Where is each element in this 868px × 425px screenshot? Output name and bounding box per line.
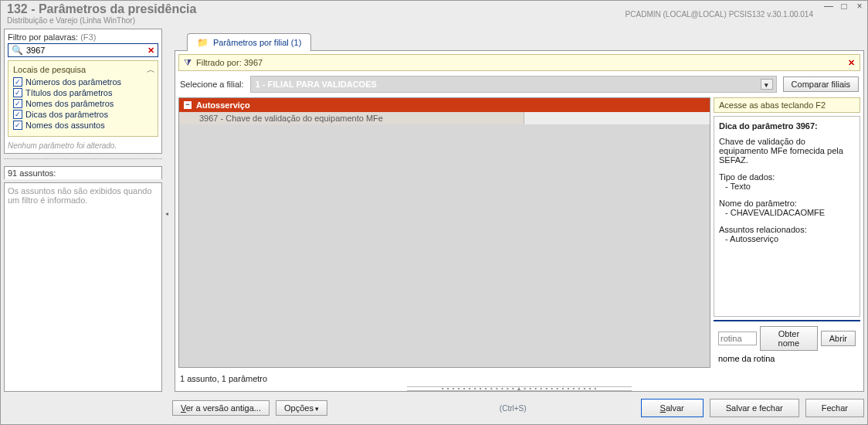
filter-bar-text: Filtrado por: 3967 xyxy=(196,58,263,67)
save-close-button[interactable]: Salvar e fechar xyxy=(710,399,799,417)
splitter-grip-icon: ◂ xyxy=(165,210,168,217)
location-label: Títulos dos parâmetros xyxy=(25,88,113,97)
tab-parametros-filial[interactable]: 📁 Parâmetros por filial (1) xyxy=(187,33,311,51)
tab-strip: 📁 Parâmetros por filial (1) xyxy=(175,29,864,50)
old-version-button[interactable]: VVer a versão antiga...er a versão antig… xyxy=(172,400,270,416)
filial-value: 1 - FILIAL PARA VALIDACOES xyxy=(256,80,377,89)
divider[interactable] xyxy=(4,158,162,162)
rotina-input[interactable] xyxy=(718,332,757,345)
rel-label: Assuntos relacionados: xyxy=(719,225,855,234)
checkbox-icon: ✓ xyxy=(13,77,22,87)
abrir-button[interactable]: Abrir xyxy=(821,331,856,346)
folder-icon: 📁 xyxy=(197,37,209,48)
info-desc: Chave de validação do equipamento MFe fo… xyxy=(719,137,855,165)
param-value-cell[interactable] xyxy=(524,112,710,124)
location-check-2[interactable]: ✓Nomes dos parâmetros xyxy=(13,99,153,108)
location-check-1[interactable]: ✓Títulos dos parâmetros xyxy=(13,88,153,97)
location-check-4[interactable]: ✓Nomes dos assuntos xyxy=(13,121,153,130)
main-body: ⧩ Filtrado por: 3967 ✕ Selecione a filia… xyxy=(175,50,864,392)
assuntos-header: 91 assuntos: xyxy=(4,166,162,179)
param-info-box: Dica do parâmetro 3967: Chave de validaç… xyxy=(714,116,860,317)
minimize-button[interactable]: — xyxy=(821,1,836,12)
search-input[interactable] xyxy=(26,46,147,55)
tab-label: Parâmetros por filial (1) xyxy=(213,38,301,47)
filter-hint: (F3) xyxy=(80,32,96,42)
location-label: Números dos parâmetros xyxy=(25,77,121,87)
f2-hint: Acesse as abas teclando F2 xyxy=(714,97,860,113)
name-label: Nome do parâmetro: xyxy=(719,199,855,208)
footer: VVer a versão antiga...er a versão antig… xyxy=(4,395,864,421)
info-title: Dica do parâmetro 3967: xyxy=(719,121,855,131)
group-name: Autosserviço xyxy=(196,100,250,110)
compare-filiais-button[interactable]: Comparar filiais xyxy=(783,76,859,92)
funnel-icon: ⧩ xyxy=(184,57,192,68)
filter-label: Filtro por palavras: (F3) xyxy=(8,32,158,42)
rel-value: - Autosserviço xyxy=(719,234,855,243)
param-label: 3967 - Chave de validação do equipamento… xyxy=(179,112,524,124)
location-label: Dicas dos parâmetros xyxy=(25,110,108,119)
location-label: Nomes dos assuntos xyxy=(25,121,105,130)
location-check-0[interactable]: ✓Números dos parâmetros xyxy=(13,77,153,87)
title-bar: 132 - Parâmetros da presidência Distribu… xyxy=(1,1,867,29)
search-locations-panel: Locais de pesquisa ︿ ✓Números dos parâme… xyxy=(8,60,158,137)
filial-label: Selecione a filial: xyxy=(180,80,244,89)
filial-select[interactable]: 1 - FILIAL PARA VALIDACOES ▾ xyxy=(250,76,777,93)
clear-search-icon[interactable]: ✕ xyxy=(147,46,154,56)
type-label: Tipo de dados: xyxy=(719,172,855,182)
splitter[interactable]: ◂ xyxy=(165,29,171,392)
resize-grip[interactable]: • • • • • • • • • • • • • • ▴ • • • • • … xyxy=(407,386,632,391)
collapse-group-icon[interactable]: − xyxy=(184,101,192,109)
group-header[interactable]: − Autosserviço xyxy=(179,98,710,112)
rotina-box: Obter nome Abrir nome da rotina xyxy=(714,320,860,368)
filter-label-text: Filtro por palavras: xyxy=(8,32,78,42)
close-filter-icon[interactable]: ✕ xyxy=(848,58,855,68)
collapse-icon[interactable]: ︿ xyxy=(147,64,153,76)
no-change-text: Nenhum parâmetro foi alterado. xyxy=(8,141,158,150)
save-hotkey: (Ctrl+S) xyxy=(500,404,527,413)
checkbox-icon: ✓ xyxy=(13,88,22,97)
window-right-info: PCADMIN (LOCAL@LOCAL) PCSIS132 v.30.1.00… xyxy=(626,10,813,19)
filter-bar: ⧩ Filtrado por: 3967 ✕ xyxy=(178,54,860,71)
type-value: - Texto xyxy=(719,182,855,191)
obter-nome-button[interactable]: Obter nome xyxy=(760,326,818,351)
save-button[interactable]: Salvar xyxy=(641,399,704,417)
close-window-button[interactable]: × xyxy=(852,1,867,12)
param-row[interactable]: 3967 - Chave de validação do equipamento… xyxy=(179,112,710,124)
checkbox-icon: ✓ xyxy=(13,121,22,130)
dropdown-icon: ▾ xyxy=(761,79,773,90)
filial-row: Selecione a filial: 1 - FILIAL PARA VALI… xyxy=(175,74,863,94)
search-row: 🔍 ✕ xyxy=(8,43,158,57)
checkbox-icon: ✓ xyxy=(13,110,22,119)
rotina-caption: nome da rotina xyxy=(718,354,856,363)
options-button[interactable]: Opções xyxy=(276,400,327,416)
locations-header: Locais de pesquisa xyxy=(13,65,153,74)
search-icon: 🔍 xyxy=(12,45,23,56)
maximize-button[interactable]: □ xyxy=(836,1,852,12)
close-button[interactable]: Fechar xyxy=(805,399,864,417)
right-pane: Acesse as abas teclando F2 Dica do parâm… xyxy=(714,97,860,368)
name-value: - CHAVEVALIDACAOMFE xyxy=(719,208,855,217)
parameter-grid[interactable]: − Autosserviço 3967 - Chave de validação… xyxy=(178,97,710,368)
location-label: Nomes dos parâmetros xyxy=(25,99,114,108)
window-controls: — □ × xyxy=(821,1,867,12)
checkbox-icon: ✓ xyxy=(13,99,22,108)
assuntos-body: Os assuntos não são exibidos quando um f… xyxy=(4,182,162,392)
options-label: Opções xyxy=(284,403,314,413)
location-check-3[interactable]: ✓Dicas dos parâmetros xyxy=(13,110,153,119)
filter-panel: Filtro por palavras: (F3) 🔍 ✕ Locais de … xyxy=(4,29,162,154)
status-line: 1 assunto, 1 parâmetro xyxy=(175,371,863,386)
